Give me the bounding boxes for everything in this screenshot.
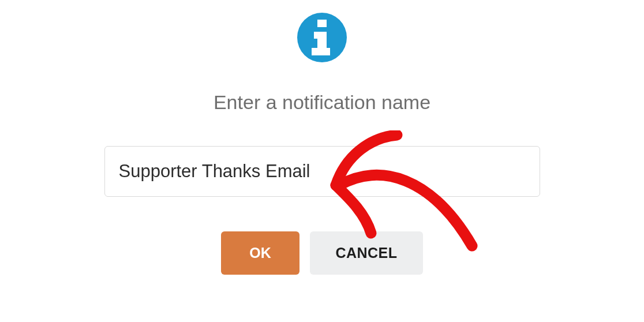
- ok-button[interactable]: OK: [221, 231, 299, 275]
- button-row: OK CANCEL: [221, 231, 423, 275]
- input-container: [104, 146, 540, 197]
- cancel-button[interactable]: CANCEL: [310, 231, 423, 275]
- dialog-prompt: Enter a notification name: [214, 91, 430, 114]
- info-icon: [297, 13, 347, 62]
- notification-name-input[interactable]: [104, 146, 540, 197]
- svg-rect-0: [317, 20, 327, 27]
